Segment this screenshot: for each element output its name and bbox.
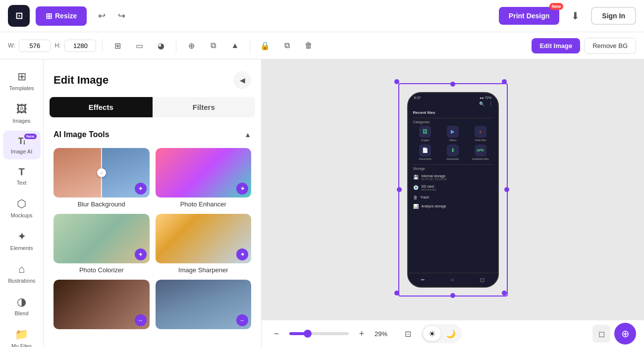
fit-to-screen-button[interactable]: ⊡ (400, 326, 415, 341)
handle-bottom-right[interactable] (502, 291, 507, 296)
position-tool-button[interactable]: ⊕ (182, 37, 200, 54)
phone-time: 6:37 (414, 96, 421, 99)
face1-thumb: ↔ (54, 280, 150, 329)
tool-card-blur-bg[interactable]: ↔ ✦ Blur Background (54, 148, 150, 208)
text-label: Text (16, 180, 26, 186)
redo-button[interactable]: ↪ (112, 7, 130, 25)
handle-top-left[interactable] (394, 79, 399, 84)
help-button[interactable]: ⊕ (614, 323, 636, 345)
ai-badge-enhancer: ✦ (236, 183, 248, 195)
sign-in-button[interactable]: Sign In (591, 7, 636, 25)
phone-list-sdcard: 💿 SD card Not inserted (413, 183, 493, 193)
sdcard-text: SD card Not inserted (422, 185, 436, 191)
phone-nav-apps: ◻ (480, 277, 484, 283)
ai-tools-title: AI Image Tools (54, 130, 109, 139)
my-files-icon: 📁 (15, 328, 28, 341)
copy-button[interactable]: ⧉ (278, 37, 296, 54)
handle-mid-right[interactable] (504, 187, 509, 192)
zoom-in-button[interactable]: + (355, 327, 369, 341)
dark-theme-button[interactable]: 🌙 (442, 326, 460, 341)
ai-tools-section-header[interactable]: AI Image Tools ▲ (50, 125, 255, 144)
tool-card-image-sharpener[interactable]: ✦ Image Sharpener (156, 214, 252, 274)
handle-mid-left[interactable] (397, 187, 402, 192)
grid-label-images: Images (421, 139, 429, 142)
frame-tool-button[interactable]: ▭ (130, 37, 148, 54)
sidebar-item-mockups[interactable]: ⬡ Mockups (3, 193, 41, 223)
collapse-panel-button[interactable]: ◀ (233, 71, 251, 89)
sidebar-item-illustrations[interactable]: ⌂ Illustrations (3, 258, 41, 289)
zoom-out-button[interactable]: − (269, 327, 283, 341)
light-theme-button[interactable]: ☀ (423, 326, 441, 341)
sidebar-item-blend[interactable]: ◑ Blend (3, 291, 41, 321)
sidebar-item-my-files[interactable]: 📁 My Files (3, 323, 41, 347)
fit-tool-button[interactable]: ⊞ (108, 37, 126, 54)
print-design-label: Print Design (509, 12, 549, 20)
my-files-label: My Files (11, 343, 32, 347)
bottom-share-button[interactable]: ◻ (592, 325, 610, 343)
panel-content: AI Image Tools ▲ ↔ ✦ Blur Backgrou (44, 117, 261, 347)
phone-main-content: Recent files Categories 🖼 Images ▶ (408, 108, 498, 213)
handle-top-center[interactable] (450, 82, 455, 87)
new-badge: New (549, 3, 564, 10)
shape-tool-button[interactable]: ◕ (152, 37, 170, 54)
flip-tool-button[interactable]: ▲ (226, 37, 244, 54)
lock-button[interactable]: 🔒 (256, 37, 274, 54)
sidebar-item-templates[interactable]: ⊞ Templates (3, 65, 41, 96)
images-icon: 🖼 (16, 103, 27, 116)
sidebar-item-elements[interactable]: ✦ Elements (3, 225, 41, 256)
canvas-content[interactable]: 6:37 ●● 72% 🔍 ⋮ Recent files Categor (262, 59, 644, 320)
grid-label-videos: Videos (449, 139, 456, 142)
photo-colorizer-thumb: ✦ (54, 214, 150, 263)
ai-badge-face2: ↔ (236, 314, 248, 326)
section-chevron-icon: ▲ (244, 131, 251, 139)
remove-bg-button[interactable]: Remove BG (584, 38, 636, 54)
tool-card-face1[interactable]: ↔ (54, 280, 150, 332)
grid-icon-apk: APK (475, 145, 486, 156)
face2-thumb: ↔ (156, 280, 252, 329)
tab-effects[interactable]: Effects (50, 97, 153, 117)
recent-files-label: Recent files (413, 110, 493, 115)
tab-filters[interactable]: Filters (153, 97, 256, 117)
separator-1 (102, 39, 103, 52)
layers-tool-button[interactable]: ⧉ (204, 37, 222, 54)
delete-button[interactable]: 🗑 (300, 37, 318, 54)
width-label: W: (8, 42, 15, 49)
sdcard-icon: 💿 (413, 185, 419, 190)
sidebar-item-image-ai[interactable]: New Tᵢ Image AI (3, 131, 41, 159)
sidebar-item-images[interactable]: 🖼 Images (3, 98, 41, 129)
height-input[interactable] (64, 40, 96, 52)
photo-colorizer-label: Photo Colorizer (79, 266, 124, 274)
handle-top-right[interactable] (502, 79, 507, 84)
image-sharpener-label: Image Sharpener (178, 266, 228, 274)
internal-sub: 22.25 GB / 64.08 GB (422, 178, 447, 181)
undo-button[interactable]: ↩ (93, 7, 110, 25)
handle-bottom-left[interactable] (394, 291, 399, 296)
elements-label: Elements (10, 245, 33, 251)
templates-icon: ⊞ (17, 70, 26, 83)
tool-card-face2[interactable]: ↔ (156, 280, 252, 332)
tool-card-photo-colorizer[interactable]: ✦ Photo Colorizer (54, 214, 150, 274)
edit-image-button[interactable]: Edit Image (532, 38, 580, 53)
ai-tools-grid: ↔ ✦ Blur Background ✦ Photo Enhancer ✦ (50, 144, 255, 336)
mockups-label: Mockups (10, 212, 32, 218)
sidebar-item-text[interactable]: T Text (3, 161, 41, 191)
phone-list-trash: 🗑 Trash (413, 193, 493, 202)
elements-icon: ✦ (17, 230, 26, 243)
handle-bottom-center[interactable] (450, 293, 455, 298)
image-ai-label: Image AI (11, 149, 32, 154)
main-area: ⊞ Templates 🖼 Images New Tᵢ Image AI T T… (0, 59, 644, 347)
print-design-button[interactable]: Print Design New (499, 7, 559, 25)
resize-button[interactable]: Resize (36, 6, 87, 26)
download-button[interactable]: ⬇ (565, 6, 585, 26)
internal-storage-text: Internal storage 22.25 GB / 64.08 GB (422, 174, 447, 181)
blur-bg-thumb: ↔ ✦ (54, 148, 150, 198)
zoom-slider[interactable] (289, 332, 349, 335)
ai-badge-colorizer: ✦ (135, 248, 147, 260)
grid-icon-audio: ♪ (475, 126, 486, 138)
phone-app-bar: 🔍 ⋮ (408, 99, 498, 108)
width-input[interactable] (19, 40, 51, 52)
canvas-area: 6:37 ●● 72% 🔍 ⋮ Recent files Categor (262, 59, 644, 347)
phone-list-analyze: 📊 Analyze storage (413, 202, 493, 211)
phone-list-internal: 💾 Internal storage 22.25 GB / 64.08 GB (413, 172, 493, 183)
tool-card-photo-enhancer[interactable]: ✦ Photo Enhancer (156, 148, 252, 208)
